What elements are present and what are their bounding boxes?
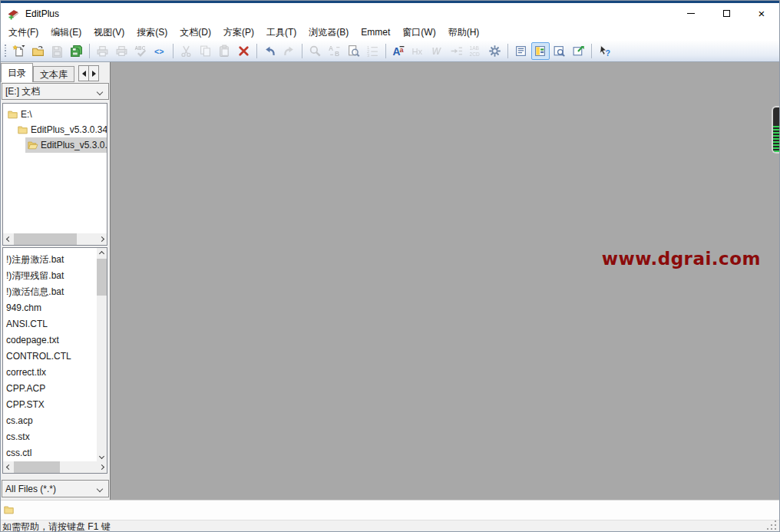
file-list-horizontal-scrollbar[interactable] xyxy=(3,461,107,473)
menu-item[interactable]: 视图(V) xyxy=(88,24,131,41)
browser-window-button[interactable] xyxy=(570,42,588,60)
tree-horizontal-scrollbar[interactable] xyxy=(3,233,107,245)
scroll-left-button[interactable] xyxy=(3,461,14,473)
find-in-files-button[interactable] xyxy=(345,42,363,60)
tree-node[interactable]: EditPlus_v5.3.0.34 xyxy=(3,137,107,153)
menu-item[interactable]: 浏览器(B) xyxy=(302,24,355,41)
scroll-right-button[interactable] xyxy=(96,461,107,473)
maximize-button[interactable] xyxy=(709,3,744,24)
file-item[interactable]: !)清理残留.bat xyxy=(3,268,97,284)
window-controls: × xyxy=(673,3,779,24)
toolbar-separator xyxy=(385,44,386,58)
toolbar xyxy=(1,41,779,62)
directory-window-icon xyxy=(534,45,547,58)
resize-grip[interactable] xyxy=(775,528,776,530)
tab-directory[interactable]: 目录 xyxy=(1,63,33,82)
statusbar: 如需帮助，请按键盘 F1 键 xyxy=(1,520,779,532)
scrollbar-thumb[interactable] xyxy=(14,461,60,473)
indent-button[interactable] xyxy=(448,42,466,60)
save-all-button[interactable] xyxy=(68,42,86,60)
menu-item[interactable]: 文档(D) xyxy=(174,24,217,41)
print-preview-button[interactable] xyxy=(94,42,112,60)
scroll-down-button[interactable] xyxy=(97,451,107,461)
file-item[interactable]: 949.chm xyxy=(3,300,97,316)
line-number-button[interactable] xyxy=(467,42,485,60)
menu-item[interactable]: 搜索(S) xyxy=(131,24,174,41)
undo-button[interactable] xyxy=(261,42,279,60)
folder-icon xyxy=(3,504,15,515)
redo-icon xyxy=(283,45,296,58)
delete-button[interactable] xyxy=(235,42,253,60)
scroll-right-button[interactable] xyxy=(96,233,107,245)
tree-node[interactable]: E:\ xyxy=(3,107,107,122)
delete-icon xyxy=(237,45,250,58)
sort-icon xyxy=(366,45,379,58)
file-item[interactable]: ANSI.CTL xyxy=(3,316,97,332)
toolbar-separator xyxy=(591,44,592,58)
folder-icon xyxy=(7,109,18,120)
menu-item[interactable]: 文件(F) xyxy=(2,24,45,41)
new-file-button[interactable] xyxy=(10,42,28,60)
redo-button[interactable] xyxy=(280,42,299,60)
preferences-button[interactable] xyxy=(486,42,504,60)
replace-button[interactable] xyxy=(326,42,344,60)
file-item[interactable]: !)注册激活.bat xyxy=(3,252,97,268)
copy-icon xyxy=(199,45,212,58)
word-wrap-button[interactable] xyxy=(428,42,447,60)
tree-node[interactable]: EditPlus_v5.3.0.342 xyxy=(3,122,107,137)
file-item[interactable]: cs.acp xyxy=(3,413,97,429)
titlebar[interactable]: EditPlus × xyxy=(1,3,779,24)
menu-item[interactable]: 方案(P) xyxy=(217,24,260,41)
menu-item[interactable]: 窗口(W) xyxy=(396,24,441,41)
directory-window-button[interactable] xyxy=(531,42,550,60)
context-help-button[interactable] xyxy=(596,42,614,60)
menu-item[interactable]: 帮助(H) xyxy=(442,24,486,41)
paste-button[interactable] xyxy=(216,42,234,60)
cut-button[interactable] xyxy=(177,42,196,60)
replace-icon xyxy=(328,45,341,58)
spell-check-button[interactable] xyxy=(132,42,150,60)
folder-open-icon xyxy=(27,140,38,150)
file-item[interactable]: correct.tlx xyxy=(3,365,97,381)
save-button[interactable] xyxy=(48,42,67,60)
font-button[interactable] xyxy=(390,42,408,60)
file-list-vertical-scrollbar[interactable] xyxy=(97,248,107,461)
sort-button[interactable] xyxy=(364,42,382,60)
file-item[interactable]: !)激活信息.bat xyxy=(3,284,97,300)
toolbar-grip[interactable] xyxy=(4,45,8,58)
find-button[interactable] xyxy=(306,42,325,60)
minimize-button[interactable] xyxy=(673,3,709,24)
file-item[interactable]: CPP.STX xyxy=(3,397,97,413)
file-filter-selector[interactable]: All Files (*.*) xyxy=(2,480,109,497)
file-item[interactable]: codepage.txt xyxy=(3,332,97,349)
menu-item[interactable]: 工具(T) xyxy=(260,24,302,41)
scrollbar-thumb[interactable] xyxy=(14,233,77,245)
drive-selector[interactable]: [E:] 文档 xyxy=(2,83,109,100)
tree-node-content: E:\ xyxy=(5,107,34,122)
copy-button[interactable] xyxy=(197,42,215,60)
tab-cliptext[interactable]: 文本库 xyxy=(33,66,74,82)
scrollbar-thumb[interactable] xyxy=(97,259,107,296)
file-item[interactable]: CPP.ACP xyxy=(3,381,97,397)
watermark-text: www.dgrai.com xyxy=(602,249,761,269)
context-help-icon xyxy=(598,45,611,58)
maximize-icon xyxy=(723,10,730,17)
open-file-button[interactable] xyxy=(29,42,48,60)
menu-item[interactable]: Emmet xyxy=(355,24,396,41)
editor-workspace[interactable]: www.dgrai.com xyxy=(110,62,779,500)
scroll-left-button[interactable] xyxy=(3,233,14,245)
menu-item[interactable]: 编辑(E) xyxy=(45,24,88,41)
file-item[interactable]: css.ctl xyxy=(3,445,97,461)
print-button[interactable] xyxy=(113,42,131,60)
tab-scroll-right-button[interactable] xyxy=(88,65,99,81)
toolbar-separator xyxy=(507,44,508,58)
tab-scroll-left-button[interactable] xyxy=(78,65,89,81)
file-item[interactable]: CONTROL.CTL xyxy=(3,349,97,365)
preview-window-button[interactable] xyxy=(550,42,569,60)
file-item[interactable]: cs.stx xyxy=(3,429,97,445)
cliptext-window-button[interactable] xyxy=(512,42,530,60)
scroll-up-button[interactable] xyxy=(97,248,107,259)
hex-view-button[interactable] xyxy=(409,42,428,60)
close-button[interactable]: × xyxy=(744,3,779,24)
html-tag-button[interactable] xyxy=(151,42,170,60)
